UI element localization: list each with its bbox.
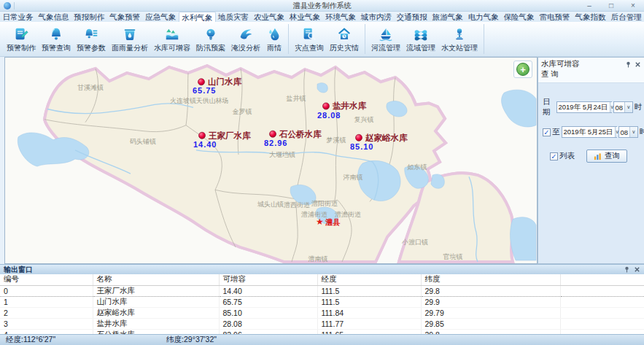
toolbar-reservoir-button[interactable]: 水库可增容 (151, 22, 193, 56)
date-from-select[interactable]: 2019年 5月24日 ∨ (556, 101, 612, 113)
table-cell: 4 (0, 329, 93, 334)
table-row[interactable]: 4石公桥水库82.96111.6529.8 (0, 329, 644, 334)
table-cell (560, 329, 644, 334)
map-area[interactable]: 甘溪滩镇火连坡镇天供山林场金罗镇盐井镇码头铺镇大堰垱镇梦溪镇复兴镇如东镇涔南镇城… (4, 57, 538, 264)
menu-item-14[interactable]: 电力气象 (465, 12, 501, 22)
town-label: 天供山林场 (196, 97, 229, 104)
table-cell: 0 (0, 285, 93, 296)
table-cell (560, 296, 644, 307)
menu-item-2[interactable]: 气象信息 (36, 12, 71, 22)
query-button[interactable]: 查询 (586, 150, 627, 163)
town-label: 小渡口镇 (401, 239, 428, 246)
close-panel-icon[interactable] (635, 61, 641, 68)
table-cell: 山门水库 (93, 296, 219, 307)
checkbox-check-icon: ✓ (543, 128, 549, 136)
town-label: 官垸镇 (443, 253, 463, 260)
toolbar-sailboat-button[interactable]: 河流管理 (368, 22, 403, 56)
output-panel-title: 输出窗口 (4, 265, 33, 275)
table-cell: 65.75 (219, 296, 317, 307)
table-cell: 111.5 (317, 285, 421, 296)
toolbar-history-house-button[interactable]: 历史灾情 (327, 22, 362, 56)
table-cell: 111.65 (317, 329, 421, 334)
reservoir-name-label: 王家厂水库 (208, 131, 251, 140)
menu-item-9[interactable]: 林业气象 (287, 12, 323, 22)
table-cell: 85.10 (219, 307, 317, 318)
county-map[interactable]: 甘溪滩镇火连坡镇天供山林场金罗镇盐井镇码头铺镇大堰垱镇梦溪镇复兴镇如东镇涔南镇城… (5, 58, 537, 263)
query-section-label: 查 询 (538, 69, 644, 83)
column-header[interactable]: 可增容 (219, 274, 317, 285)
column-header[interactable]: 编号 (0, 274, 93, 285)
toolbar-waves-button[interactable]: 流域管理 (403, 22, 438, 56)
menu-item-12[interactable]: 交通预报 (394, 12, 430, 22)
hour-unit-label: 时 (640, 127, 644, 137)
toolbar-search-doc-button[interactable]: 灾点查询 (292, 22, 327, 56)
pin-icon[interactable] (624, 266, 630, 273)
menu-item-1[interactable]: 日常业务 (0, 12, 36, 22)
menu-item-15[interactable]: 保险气象 (501, 12, 537, 22)
table-cell: 盐井水库 (93, 318, 219, 329)
menu-item-4[interactable]: 气象预警 (107, 12, 143, 22)
table-row[interactable]: 0王家厂水库14.40111.529.8 (0, 285, 644, 296)
town-label: 大堰垱镇 (269, 151, 295, 158)
main-area: 甘溪滩镇火连坡镇天供山林场金罗镇盐井镇码头铺镇大堰垱镇梦溪镇复兴镇如东镇涔南镇城… (0, 57, 644, 264)
hour-to-select[interactable]: 08 ∨ (618, 126, 638, 138)
date-to-select[interactable]: 2019年 5月25日 ∨ (562, 126, 617, 138)
menu-item-3[interactable]: 预报制作 (71, 12, 107, 22)
column-header[interactable]: 纬度 (421, 274, 560, 285)
table-row[interactable]: 3盐井水库28.08111.7729.85 (0, 318, 644, 329)
reservoir-dot-icon (270, 131, 276, 137)
waves-icon (413, 26, 429, 42)
town-label: 如东镇 (407, 163, 427, 171)
menu-item-16[interactable]: 雷电预警 (537, 12, 573, 22)
toolbar-bell-button[interactable]: 预警查询 (39, 22, 74, 56)
menu-item-7[interactable]: 地质灾害 (216, 12, 252, 22)
column-header[interactable] (560, 274, 644, 285)
menu-item-13[interactable]: 旅游气象 (430, 12, 465, 22)
reservoir-dot-icon (323, 103, 330, 109)
table-cell: 29.8 (421, 329, 560, 334)
bell-icon (48, 26, 64, 42)
menu-item-8[interactable]: 农业气象 (252, 12, 287, 22)
reservoir-value-label: 85.10 (350, 142, 373, 151)
menu-item-10[interactable]: 环境气象 (322, 12, 358, 22)
close-panel-icon[interactable] (634, 266, 640, 273)
menu-item-17[interactable]: 气象指数 (573, 12, 608, 22)
column-header[interactable]: 名称 (93, 274, 219, 285)
history-house-icon (336, 26, 352, 42)
reservoir-name-label: 石公桥水库 (279, 129, 322, 139)
town-label: 梦溪镇 (327, 136, 346, 144)
hour-from-select[interactable]: 08 ∨ (613, 101, 633, 113)
add-button[interactable]: + (516, 63, 529, 76)
table-row[interactable]: 1山门水库65.75111.529.9 (0, 296, 644, 307)
output-table-wrap: 编号名称可增容经度纬度 0王家厂水库14.40111.529.81山门水库65.… (0, 274, 644, 334)
toolbar-rain-gauge-button[interactable]: 面雨量分析 (109, 22, 151, 56)
list-checkbox[interactable]: ✓ (550, 152, 558, 160)
menu-item-5[interactable]: 应急气象 (143, 12, 179, 22)
toolbar-bulb-button[interactable]: 防汛预案 (193, 22, 228, 56)
menu-item-6[interactable]: 水利气象 (179, 12, 216, 22)
to-checkbox[interactable]: ✓ (543, 128, 551, 136)
menu-item-11[interactable]: 城市内涝 (358, 12, 394, 22)
table-cell: 29.9 (421, 296, 560, 307)
toolbar-hydro-station-button[interactable]: 水文站管理 (438, 22, 481, 56)
table-cell (560, 285, 644, 296)
menu-item-18[interactable]: 后台管理 (608, 12, 644, 22)
toolbar-bell-list-button[interactable]: 预警参数 (74, 22, 109, 56)
table-cell: 29.8 (421, 285, 560, 296)
window-title: 澧县业务制作系统 (0, 1, 644, 11)
pin-icon[interactable] (625, 61, 632, 68)
toolbar-flood-wave-button[interactable]: 淹没分析 (228, 22, 263, 56)
reservoir-dot-icon (356, 134, 362, 141)
column-header[interactable]: 经度 (317, 274, 421, 285)
toolbar: 预警制作预警查询预警参数面雨量分析水库可增容防汛预案淹没分析雨情灾点查询历史灾情… (0, 22, 644, 57)
reservoir-name-label: 赵家峪水库 (365, 133, 408, 142)
toolbar-raindrop-button[interactable]: 雨情 (263, 22, 285, 56)
query-panel: 水库可增容 查 询 日期 2019年 5月24日 ∨ 08 ∨ 时 (538, 57, 644, 264)
town-label: 复兴镇 (354, 116, 374, 123)
toolbar-alert-edit-button[interactable]: 预警制作 (4, 22, 39, 56)
reservoir-name-label: 山门水库 (208, 77, 241, 86)
table-row[interactable]: 2赵家峪水库85.10111.8429.79 (0, 307, 644, 318)
status-latitude: 纬度:29°37'32" (166, 335, 217, 345)
date-label: 日期 (543, 97, 555, 117)
sailboat-icon (378, 26, 394, 42)
